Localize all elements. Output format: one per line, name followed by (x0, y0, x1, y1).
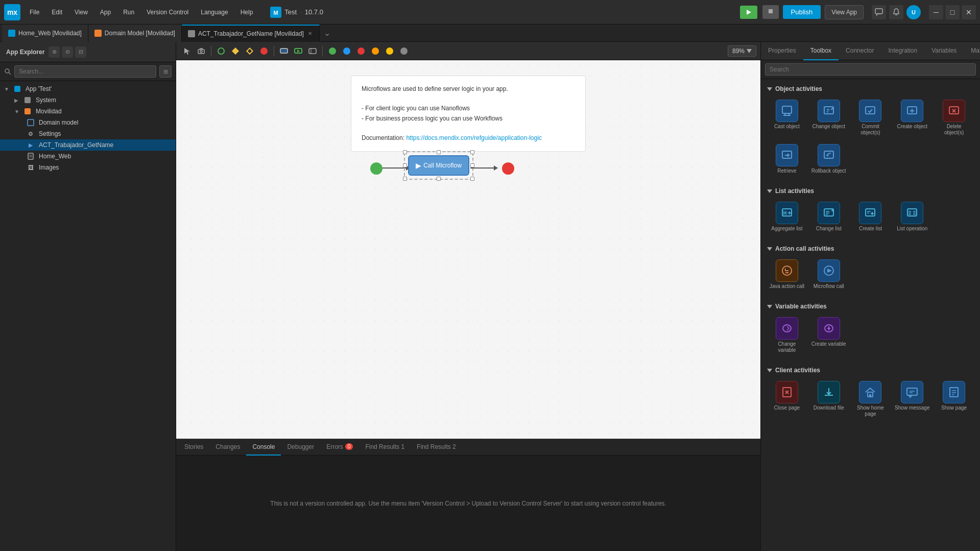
stop-button[interactable] (762, 5, 779, 19)
activity-cast-object[interactable]: Cast object (767, 97, 807, 139)
bell-icon-btn[interactable] (889, 5, 903, 19)
tab-home-web[interactable]: Home_Web [Movilidad] (2, 25, 88, 42)
call-microflow-node[interactable]: ▶ Call Microflow (408, 155, 469, 176)
tree-item-act[interactable]: ▶ ACT_Trabajador_GetName (0, 139, 176, 151)
menu-language[interactable]: Language (196, 7, 233, 18)
rpanel-tab-integration[interactable]: Integration (881, 42, 924, 60)
tree-item-settings[interactable]: ⚙ Settings (0, 128, 176, 139)
activity-show-message[interactable]: Show message (892, 378, 932, 420)
activity-download-file[interactable]: Download file (809, 378, 849, 420)
tab-act-trabajador[interactable]: ACT_Trabajador_GetName [Movilidad] ✕ (182, 25, 320, 42)
diamond-outline-tool[interactable] (243, 44, 256, 58)
red-event-tool[interactable] (354, 44, 368, 58)
rpanel-tab-toolbox[interactable]: Toolbox (803, 42, 839, 60)
diamond-solid-tool[interactable] (229, 44, 242, 58)
activity-commit-object[interactable]: Commit object(s) (851, 97, 891, 139)
maximize-button[interactable]: □ (945, 5, 960, 19)
close-button[interactable]: ✕ (962, 5, 976, 19)
chat-icon-btn[interactable] (872, 5, 886, 19)
activity-show-home-page[interactable]: Show home page (851, 378, 891, 420)
activity-change-list[interactable]: Change list (809, 199, 849, 235)
activity-list-operation[interactable]: List operation (892, 199, 932, 235)
publish-button[interactable]: Publish (783, 5, 821, 19)
activity-show-page[interactable]: Show page (934, 378, 974, 420)
toolbox-search-input[interactable] (765, 63, 976, 76)
end-node[interactable] (502, 162, 514, 175)
section-header-list[interactable]: List activities (761, 185, 980, 197)
collapse-all-icon[interactable]: ⊖ (62, 46, 73, 58)
btab-console[interactable]: Console (246, 439, 281, 456)
activity-rollback-object[interactable]: Rollback object (809, 141, 849, 177)
green-event-tool[interactable] (326, 44, 339, 58)
search-input[interactable] (14, 65, 156, 78)
handle-bc[interactable] (437, 177, 441, 181)
activity-create-variable[interactable]: Create variable (809, 314, 849, 356)
section-header-client[interactable]: Client activities (761, 365, 980, 376)
hint-docs-link[interactable]: https://docs.mendix.com/refguide/applica… (406, 134, 541, 141)
rpanel-tab-variables[interactable]: Variables (924, 42, 964, 60)
btab-debugger[interactable]: Debugger (281, 439, 320, 456)
activity-microflow-call[interactable]: Microflow call (809, 256, 849, 293)
end-event-tool[interactable] (257, 44, 271, 58)
tree-item-movilidad[interactable]: ▼ Movilidad (0, 106, 176, 117)
btab-find-results-1[interactable]: Find Results 1 (359, 439, 411, 456)
run-button[interactable] (740, 6, 757, 19)
action-tool[interactable] (277, 44, 291, 58)
btab-stories[interactable]: Stories (178, 439, 209, 456)
btab-find-results-2[interactable]: Find Results 2 (411, 439, 462, 456)
tree-item-images[interactable]: 🖼 Images (0, 162, 176, 173)
menu-version-control[interactable]: Version Control (141, 7, 194, 18)
menu-help[interactable]: Help (235, 7, 258, 18)
section-header-variable[interactable]: Variable activities (761, 301, 980, 312)
activity-close-page[interactable]: Close page (767, 378, 807, 420)
close-tab-act[interactable]: ✕ (307, 30, 313, 37)
avatar[interactable]: U (906, 5, 921, 19)
tree-item-home-web[interactable]: Home_Web (0, 151, 176, 162)
gray-event-tool[interactable] (397, 44, 411, 58)
microflow-canvas[interactable]: Microflows are used to define server log… (176, 60, 760, 439)
tree-item-system[interactable]: ▶ System (0, 94, 176, 106)
activity-change-variable[interactable]: Change variable (767, 314, 807, 356)
add-tab-button[interactable]: ⌄ (320, 28, 334, 38)
btab-errors[interactable]: Errors 0 (320, 439, 359, 456)
menu-run[interactable]: Run (118, 7, 139, 18)
expand-all-icon[interactable]: ⊕ (49, 46, 60, 58)
pointer-tool[interactable] (180, 44, 194, 58)
play-action-tool[interactable] (292, 44, 305, 58)
menu-app[interactable]: App (95, 7, 116, 18)
activity-java-action-call[interactable]: Java action call (767, 256, 807, 293)
blue-event-tool[interactable] (340, 44, 353, 58)
activity-create-list[interactable]: Create list (851, 199, 891, 235)
view-app-button[interactable]: View App (825, 5, 864, 19)
section-header-object[interactable]: Object activities (761, 83, 980, 94)
handle-br[interactable] (470, 177, 474, 181)
activity-aggregate-list[interactable]: Aggregate list (767, 199, 807, 235)
start-node[interactable] (370, 162, 383, 175)
tree-item-domain-model[interactable]: Domain model (0, 117, 176, 128)
rpanel-tab-marketplace[interactable]: Marketplace (964, 42, 980, 60)
activity-create-object[interactable]: Create object (892, 97, 932, 139)
activity-delete-object[interactable]: Delete object(s) (934, 97, 974, 139)
handle-mr[interactable] (470, 163, 474, 167)
activity-retrieve[interactable]: Retrieve (767, 141, 807, 177)
btab-changes[interactable]: Changes (209, 439, 246, 456)
filter-button[interactable]: ⊞ (159, 65, 172, 78)
rpanel-tab-connector[interactable]: Connector (839, 42, 881, 60)
activity-change-object[interactable]: Change object (809, 97, 849, 139)
section-header-action[interactable]: Action call activities (761, 243, 980, 254)
orange-event-tool[interactable] (369, 44, 382, 58)
start-event-tool[interactable] (214, 44, 228, 58)
tree-item-app[interactable]: ▼ App 'Test' (0, 83, 176, 94)
capture-tool[interactable] (306, 44, 319, 58)
rpanel-tab-properties[interactable]: Properties (761, 42, 803, 60)
menu-edit[interactable]: Edit (46, 7, 67, 18)
zoom-control[interactable]: 89% (728, 45, 756, 57)
handle-bl[interactable] (403, 177, 407, 181)
yellow-event-tool[interactable] (383, 44, 396, 58)
menu-view[interactable]: View (69, 7, 93, 18)
tab-domain-model[interactable]: Domain Model [Movilidad] (88, 25, 182, 42)
camera-tool[interactable] (195, 44, 208, 58)
filter-icon[interactable]: ⊟ (75, 46, 86, 58)
menu-file[interactable]: File (25, 7, 44, 18)
minimize-button[interactable]: ─ (929, 5, 943, 19)
